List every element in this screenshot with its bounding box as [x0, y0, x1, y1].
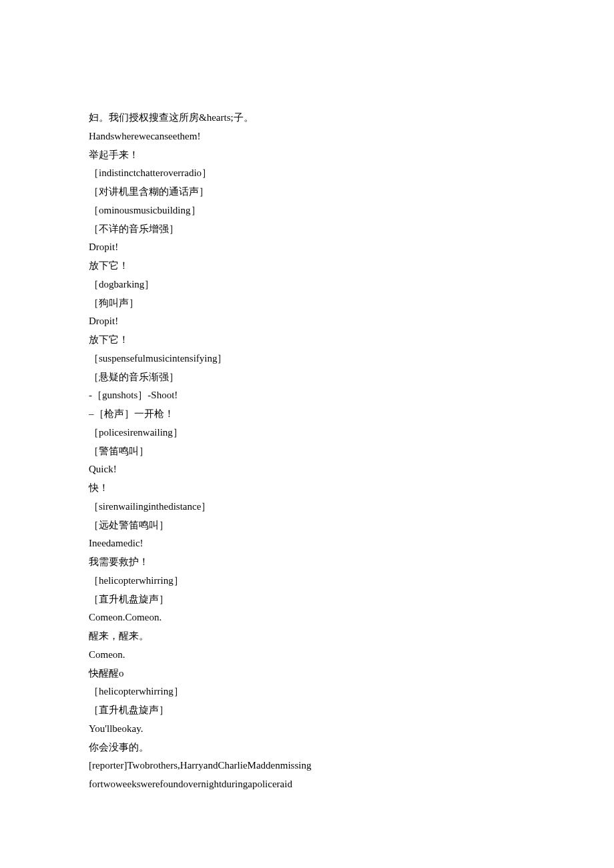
- text-line: You'llbeokay.: [89, 720, 614, 739]
- text-line: Comeon.: [89, 646, 614, 665]
- text-line: ［直升机盘旋声］: [89, 701, 614, 720]
- text-line: [reporter]Twobrothers,HarryandCharlieMad…: [89, 757, 614, 775]
- text-line: ［helicopterwhirring］: [89, 683, 614, 701]
- text-line: Handswherewecanseethem!: [89, 127, 614, 146]
- text-line: 放下它！: [89, 331, 614, 350]
- text-line: 我需要救护！: [89, 553, 614, 572]
- text-line: Dropit!: [89, 238, 614, 257]
- text-line: 醒来，醒来。: [89, 627, 614, 646]
- text-line: Ineedamedic!: [89, 534, 614, 553]
- text-line: ［警笛鸣叫］: [89, 442, 614, 461]
- text-line: 你会没事的。: [89, 739, 614, 757]
- text-line: 快醒醒o: [89, 665, 614, 683]
- text-line: 妇。我们授权搜查这所房&hearts;子。: [89, 109, 614, 127]
- text-line: ［ominousmusicbuilding］: [89, 201, 614, 220]
- text-line: ［suspensefulmusicintensifying］: [89, 350, 614, 368]
- text-line: ［狗叫声］: [89, 294, 614, 313]
- document-page: 妇。我们授权搜查这所房&hearts;子。Handswherewecanseet…: [0, 0, 614, 868]
- text-line: 快！: [89, 479, 614, 498]
- text-line: ［helicopterwhirring］: [89, 572, 614, 590]
- text-line: ［sirenwailinginthedistance］: [89, 498, 614, 516]
- document-body: 妇。我们授权搜查这所房&hearts;子。Handswherewecanseet…: [89, 109, 614, 794]
- text-line: 举起手来！: [89, 146, 614, 165]
- text-line: ［远处警笛鸣叫］: [89, 516, 614, 535]
- text-line: Dropit!: [89, 312, 614, 331]
- text-line: ［dogbarking］: [89, 276, 614, 294]
- text-line: -［gunshots］-Shoot!: [89, 386, 614, 405]
- text-line: ［不详的音乐增强］: [89, 220, 614, 239]
- text-line: ［直升机盘旋声］: [89, 590, 614, 609]
- text-line: Comeon.Comeon.: [89, 608, 614, 627]
- text-line: ［对讲机里含糊的通话声］: [89, 183, 614, 201]
- text-line: –［枪声］一开枪！: [89, 405, 614, 424]
- text-line: Quick!: [89, 460, 614, 479]
- text-line: 放下它！: [89, 257, 614, 276]
- text-line: ［policesirenwailing］: [89, 424, 614, 442]
- text-line: ［indistinctchatteroverradio］: [89, 164, 614, 183]
- text-line: fortwoweekswerefoundovernightduringapoli…: [89, 775, 614, 794]
- text-line: ［悬疑的音乐渐强］: [89, 368, 614, 387]
